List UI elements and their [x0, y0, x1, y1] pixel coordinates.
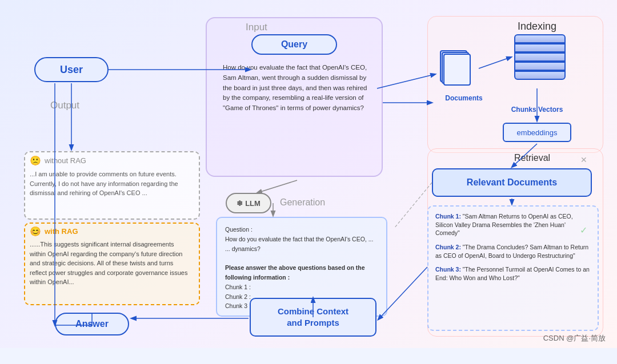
user-label: User: [60, 64, 83, 76]
user-box: User: [34, 57, 109, 82]
with-rag-label: with RAG: [45, 227, 78, 236]
with-rag-header: 😊 with RAG: [30, 226, 78, 237]
without-rag-header: 🙁 without RAG: [30, 155, 86, 166]
svg-line-1: [377, 74, 435, 88]
indexing-label: Indexing: [518, 21, 556, 33]
embeddings-box: embeddings: [503, 123, 571, 142]
chunks-area: Chunk 1: "Sam Altman Returns to OpenAI a…: [427, 205, 599, 331]
query-label: Query: [281, 39, 307, 50]
relevant-docs-label: Relevant Documents: [467, 177, 557, 188]
combine-label: Combine Contextand Prompts: [278, 306, 348, 329]
llm-box: ❄ LLM: [226, 193, 271, 213]
instruction-text: Please answer the above questions based …: [225, 264, 365, 281]
input-label: Input: [246, 22, 267, 33]
documents-label: Documents: [439, 94, 489, 102]
chunk2-item: Chunk 2: "The Drama Concludes? Sam Altma…: [435, 243, 591, 260]
chunk3-item: Chunk 3: "The Personnel Turmoil at OpenA…: [435, 265, 591, 282]
llm-label: LLM: [245, 199, 261, 208]
sad-face-icon: 🙁: [30, 155, 41, 166]
chunks-vectors-label: Chunks Vectors: [497, 106, 577, 114]
without-rag-label: without RAG: [45, 156, 86, 165]
answer-box: Answer: [55, 313, 129, 335]
documents-icon: [439, 50, 473, 84]
relevant-docs-box: Relevant Documents: [432, 168, 592, 197]
chunk1-ref: Chunk 1 :: [225, 284, 251, 290]
chunk3-ref: Chunk 3 :: [225, 302, 251, 309]
chunks-vectors-icon: [514, 34, 571, 80]
combine-context-box: Combine Contextand Prompts: [250, 298, 376, 337]
chunk1-item: Chunk 1: "Sam Altman Returns to OpenAI a…: [435, 212, 591, 237]
retrieval-label: Retrieval: [514, 153, 550, 163]
question-label: Question :: [225, 226, 253, 233]
embeddings-label: embeddings: [517, 128, 558, 137]
without-rag-text: ...I am unable to provide comments on fu…: [30, 169, 190, 198]
diagram-container: Input Query How do you evaluate the fact…: [0, 0, 617, 348]
close-icon: ✕: [580, 155, 587, 164]
query-box: Query: [251, 34, 337, 55]
svg-line-15: [257, 180, 297, 193]
query-text: How do you evaluate the fact that OpenAI…: [223, 63, 371, 114]
generation-label: Generation: [280, 197, 325, 208]
watermark: CSDN @广益·简放: [543, 333, 606, 343]
chunk2-ref: Chunk 2 :: [225, 293, 251, 300]
happy-face-icon: 😊: [30, 226, 41, 237]
answer-label: Answer: [75, 319, 109, 329]
svg-line-16: [394, 183, 432, 228]
with-rag-text: ......This suggests significant internal…: [30, 240, 191, 287]
question-text: How do you evaluate the fact that the Op…: [225, 236, 373, 252]
snowflake-icon: ❄: [237, 199, 243, 208]
output-label: Output: [50, 100, 79, 111]
